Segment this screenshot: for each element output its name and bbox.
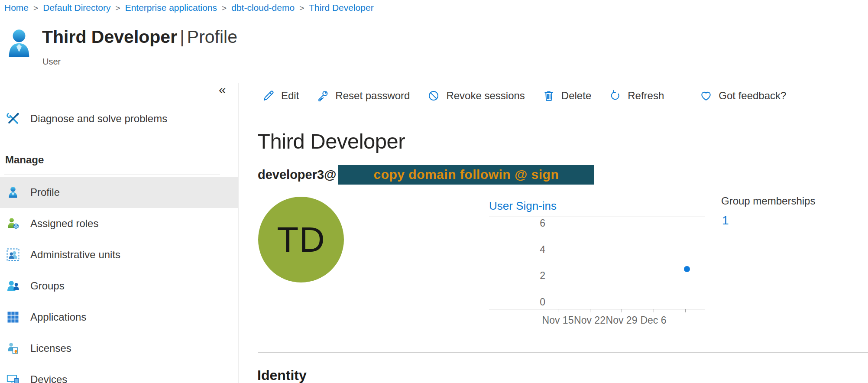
group-memberships-count-link[interactable]: 1 xyxy=(722,214,729,227)
email-domain-redaction: copy domain followin @ sign xyxy=(338,165,594,185)
got-feedback-label: Got feedback? xyxy=(719,90,786,102)
user-avatar-icon xyxy=(7,28,31,62)
chart-x-tick xyxy=(685,309,686,312)
chart-x-tick xyxy=(558,309,558,312)
sidebar-item-licenses[interactable]: Licenses xyxy=(0,334,238,362)
user-display-name: Third Developer xyxy=(257,129,405,153)
command-bar: Edit Reset password Revoke sessions xyxy=(262,87,804,105)
sidebar-item-devices[interactable]: Devices xyxy=(0,366,238,383)
page-title-divider: | xyxy=(177,27,187,47)
reset-password-button[interactable]: Reset password xyxy=(317,90,410,102)
chart-data-point xyxy=(684,266,690,272)
breadcrumb-separator: > xyxy=(222,3,227,13)
page-title-name: Third Developer xyxy=(42,27,177,47)
chart-x-tick-label: Dec 6 xyxy=(632,315,675,326)
signin-chart: User Sign-ins 6420Nov 15Nov 22Nov 29Dec … xyxy=(489,197,706,340)
chart-x-tick xyxy=(590,309,590,312)
heart-icon xyxy=(700,90,712,102)
sidebar-item-label: Assigned roles xyxy=(30,217,98,230)
sidebar-item-label: Profile xyxy=(30,186,60,198)
user-signins-link[interactable]: User Sign-ins xyxy=(489,199,557,213)
chart-x-tick xyxy=(622,309,622,312)
block-icon xyxy=(428,90,440,102)
trash-icon xyxy=(543,90,555,102)
grid-icon xyxy=(6,311,19,324)
sidebar-divider xyxy=(238,83,239,383)
sidebar-section-manage: Manage xyxy=(5,154,44,166)
chart-y-tick-label: 4 xyxy=(526,243,545,256)
breadcrumb-dbt-cloud-demo[interactable]: dbt-cloud-demo xyxy=(231,3,295,13)
chart-x-axis xyxy=(489,309,705,309)
breadcrumb-separator: > xyxy=(116,3,120,13)
sidebar-item-groups[interactable]: Groups xyxy=(0,272,238,300)
refresh-button[interactable]: Refresh xyxy=(609,90,664,102)
delete-button[interactable]: Delete xyxy=(543,90,591,102)
sidebar-item-applications[interactable]: Applications xyxy=(0,303,238,331)
sidebar-item-assigned-roles[interactable]: Assigned roles xyxy=(0,210,238,237)
identity-section-title: Identity xyxy=(257,367,307,383)
breadcrumb: Home > Default Directory > Enterprise ap… xyxy=(4,3,374,13)
user-principal-name: developer3@ copy domain followin @ sign xyxy=(258,165,594,185)
collapse-sidebar-button[interactable]: « xyxy=(219,83,226,96)
sidebar-item-diagnose[interactable]: Diagnose and solve problems xyxy=(0,105,238,133)
breadcrumb-enterprise-applications[interactable]: Enterprise applications xyxy=(125,3,217,13)
breadcrumb-third-developer[interactable]: Third Developer xyxy=(309,3,373,13)
chart-x-tick xyxy=(654,309,654,312)
toolbar-rule xyxy=(258,112,868,112)
sidebar-item-label: Diagnose and solve problems xyxy=(30,113,167,125)
admin-units-icon xyxy=(6,248,19,261)
refresh-icon xyxy=(609,90,621,102)
diagnose-tools-icon xyxy=(6,112,19,125)
page-title: Third Developer|Profile xyxy=(42,27,237,47)
sidebar-section-rule xyxy=(4,175,220,175)
section-divider xyxy=(258,352,868,353)
user-profile-page: Home > Default Directory > Enterprise ap… xyxy=(0,0,868,383)
edit-button[interactable]: Edit xyxy=(262,90,299,102)
license-icon xyxy=(6,342,19,355)
sidebar-item-label: Groups xyxy=(30,280,65,292)
breadcrumb-default-directory[interactable]: Default Directory xyxy=(43,3,110,13)
edit-label: Edit xyxy=(281,90,299,102)
key-icon xyxy=(317,90,329,102)
person-role-icon xyxy=(6,217,19,230)
chart-title-rule xyxy=(489,217,705,217)
revoke-sessions-label: Revoke sessions xyxy=(446,90,525,102)
delete-label: Delete xyxy=(561,90,591,102)
people-icon xyxy=(6,279,19,292)
breadcrumb-separator: > xyxy=(299,3,304,13)
toolbar-divider xyxy=(682,89,682,102)
pencil-icon xyxy=(262,90,275,102)
chart-y-tick-label: 0 xyxy=(526,296,545,308)
page-title-tab: Profile xyxy=(187,27,237,47)
got-feedback-button[interactable]: Got feedback? xyxy=(700,90,786,102)
sidebar-item-label: Administrative units xyxy=(30,249,120,261)
sidebar-item-label: Applications xyxy=(30,311,86,323)
chart-y-tick-label: 2 xyxy=(526,269,545,282)
sidebar-item-profile[interactable]: Profile xyxy=(0,177,238,208)
email-prefix: developer3@ xyxy=(258,168,336,182)
group-memberships-label: Group memberships xyxy=(721,195,815,207)
reset-password-label: Reset password xyxy=(335,90,410,102)
person-icon xyxy=(6,186,19,199)
refresh-label: Refresh xyxy=(628,90,664,102)
breadcrumb-separator: > xyxy=(33,3,38,13)
chart-y-tick-label: 6 xyxy=(526,217,545,229)
sidebar-item-administrative-units[interactable]: Administrative units xyxy=(0,241,238,269)
revoke-sessions-button[interactable]: Revoke sessions xyxy=(428,90,525,102)
sidebar-item-label: Devices xyxy=(30,373,67,383)
sidebar-item-label: Licenses xyxy=(30,342,71,354)
devices-icon xyxy=(6,373,19,383)
avatar: TD xyxy=(258,197,344,282)
breadcrumb-home[interactable]: Home xyxy=(4,3,29,13)
object-type-label: User xyxy=(42,57,61,67)
